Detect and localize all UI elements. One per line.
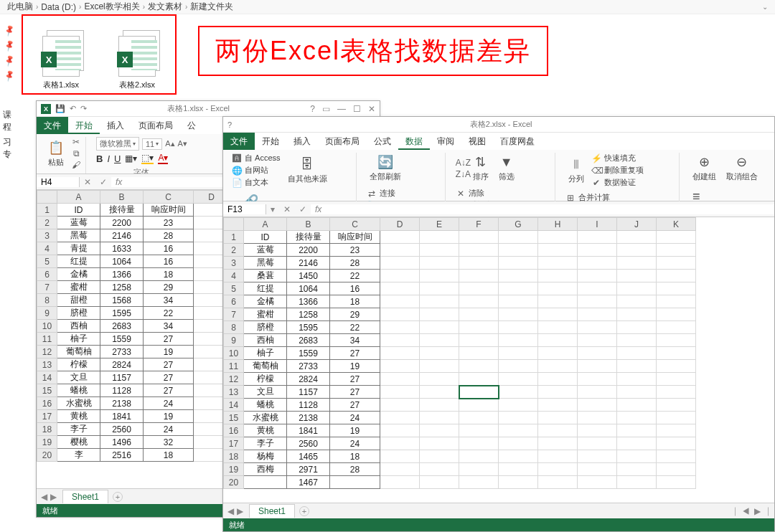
cell-G6[interactable] <box>499 295 538 308</box>
row-header-15[interactable]: 15 <box>37 384 57 397</box>
cell-F1[interactable] <box>459 231 499 244</box>
row-header-13[interactable]: 13 <box>224 386 244 399</box>
cell-A7[interactable]: 蜜柑 <box>57 281 100 294</box>
cell-G5[interactable] <box>499 282 538 295</box>
cell-A13[interactable]: 柠檬 <box>57 358 100 371</box>
cell-G16[interactable] <box>499 424 538 437</box>
cell-A2[interactable]: 蓝莓 <box>57 217 100 229</box>
cell-F20[interactable] <box>459 476 499 489</box>
cell-A10[interactable]: 柚子 <box>244 347 287 360</box>
cell-B16[interactable]: 2138 <box>100 397 144 410</box>
cell-K12[interactable] <box>657 373 696 386</box>
col-header-C[interactable]: C <box>330 218 380 231</box>
cell-A20[interactable]: 李 <box>57 449 100 462</box>
cell-A5[interactable]: 红提 <box>57 255 100 268</box>
cell-F16[interactable] <box>459 424 499 437</box>
cell-A9[interactable]: 脐橙 <box>57 307 100 320</box>
cell-B15[interactable]: 1128 <box>100 384 144 397</box>
border-button[interactable]: ▦▾ <box>125 153 137 163</box>
cell-A16[interactable]: 黄桃 <box>244 424 287 437</box>
cell-K13[interactable] <box>657 386 696 399</box>
tab-scroll-left-icon-2[interactable]: ◀ <box>227 506 234 516</box>
cell-I17[interactable] <box>578 437 617 450</box>
cell-C3[interactable]: 28 <box>144 229 194 242</box>
cell-A5[interactable]: 红提 <box>244 282 287 295</box>
cell-D8[interactable] <box>380 321 420 334</box>
cell-K19[interactable] <box>657 463 696 476</box>
cell-C6[interactable]: 18 <box>144 268 194 281</box>
grow-font-icon[interactable]: A▴ <box>165 139 174 148</box>
col-header-B[interactable]: B <box>287 218 330 231</box>
cell-B3[interactable]: 2146 <box>287 257 330 270</box>
cell-E6[interactable] <box>420 295 459 308</box>
cell-C4[interactable]: 22 <box>330 270 380 282</box>
cell-C17[interactable]: 19 <box>144 410 194 423</box>
cell-F7[interactable] <box>459 308 499 321</box>
row-header-17[interactable]: 17 <box>224 437 244 450</box>
row-header-18[interactable]: 18 <box>224 450 244 463</box>
row-header-17[interactable]: 17 <box>37 410 57 423</box>
cell-C5[interactable]: 16 <box>330 282 380 295</box>
cell-I12[interactable] <box>578 373 617 386</box>
cell-D14[interactable] <box>380 399 420 412</box>
save-icon[interactable]: 💾 <box>55 104 65 113</box>
row-header-10[interactable]: 10 <box>224 347 244 360</box>
cell-B7[interactable]: 1258 <box>287 308 330 321</box>
cell-B13[interactable]: 2824 <box>100 358 144 371</box>
cell-B3[interactable]: 2146 <box>100 229 144 242</box>
cell-G8[interactable] <box>499 321 538 334</box>
cell-I20[interactable] <box>578 476 617 489</box>
paste-button[interactable]: 📋粘贴 <box>45 138 67 169</box>
cell-K7[interactable] <box>657 308 696 321</box>
cell-F10[interactable] <box>459 347 499 360</box>
cell-H18[interactable] <box>538 450 578 463</box>
cell-B20[interactable]: 2516 <box>100 449 144 462</box>
cell-C11[interactable]: 19 <box>330 360 380 373</box>
cell-C7[interactable]: 29 <box>330 308 380 321</box>
cell-D11[interactable] <box>380 360 420 373</box>
cell-C1[interactable]: 响应时间 <box>144 204 194 217</box>
cell-J15[interactable] <box>617 412 657 424</box>
cell-A4[interactable]: 桑葚 <box>244 270 287 282</box>
cell-J11[interactable] <box>617 360 657 373</box>
cell-H19[interactable] <box>538 463 578 476</box>
cell-B8[interactable]: 1568 <box>100 294 144 307</box>
crumb-pc[interactable]: 此电脑 <box>7 1 33 13</box>
row-header-7[interactable]: 7 <box>224 308 244 321</box>
cell-H3[interactable] <box>538 257 578 270</box>
cell-E18[interactable] <box>420 450 459 463</box>
row-header-4[interactable]: 4 <box>37 242 57 255</box>
cell-A19[interactable]: 樱桃 <box>57 436 100 449</box>
cell-G7[interactable] <box>499 308 538 321</box>
cell-I15[interactable] <box>578 412 617 424</box>
cell-K3[interactable] <box>657 257 696 270</box>
cell-F13[interactable] <box>459 386 499 399</box>
cell-G11[interactable] <box>499 360 538 373</box>
col-header-A[interactable]: A <box>244 218 287 231</box>
sort-button[interactable]: ⇅排序 <box>470 153 492 184</box>
cell-G4[interactable] <box>499 270 538 282</box>
cell-F9[interactable] <box>459 334 499 347</box>
tab-formula-2[interactable]: 公式 <box>367 133 398 150</box>
cell-B16[interactable]: 1841 <box>287 424 330 437</box>
cell-I19[interactable] <box>578 463 617 476</box>
cell-I13[interactable] <box>578 386 617 399</box>
cell-A16[interactable]: 水蜜桃 <box>57 397 100 410</box>
add-sheet-button-2[interactable]: + <box>299 506 309 516</box>
col-header-I[interactable]: I <box>578 218 617 231</box>
cell-A15[interactable]: 蟠桃 <box>57 384 100 397</box>
cell-K9[interactable] <box>657 334 696 347</box>
cell-H15[interactable] <box>538 412 578 424</box>
help-icon[interactable]: ? <box>310 104 315 114</box>
cell-C13[interactable]: 27 <box>330 386 380 399</box>
row-header-11[interactable]: 11 <box>224 360 244 373</box>
cell-I10[interactable] <box>578 347 617 360</box>
cell-F12[interactable] <box>459 373 499 386</box>
cell-H5[interactable] <box>538 282 578 295</box>
cell-G14[interactable] <box>499 399 538 412</box>
cell-I1[interactable] <box>578 231 617 244</box>
cell-J16[interactable] <box>617 424 657 437</box>
cell-E13[interactable] <box>420 386 459 399</box>
cell-C9[interactable]: 34 <box>330 334 380 347</box>
cell-B11[interactable]: 1559 <box>100 333 144 346</box>
